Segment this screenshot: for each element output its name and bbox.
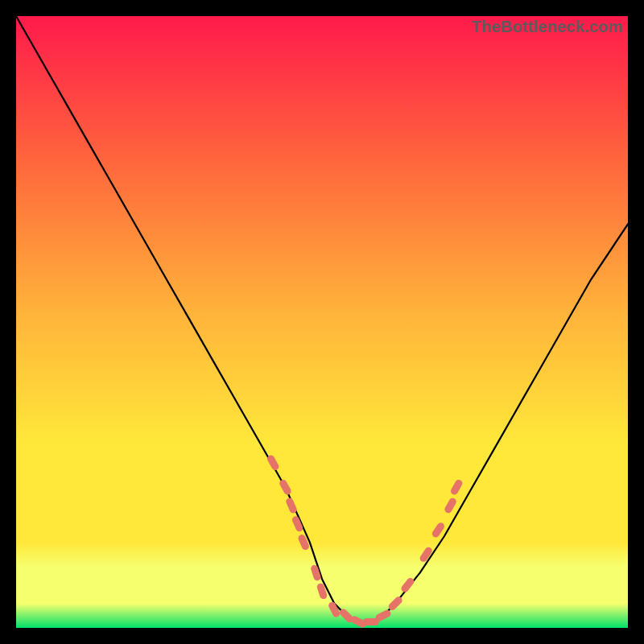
bottleneck-chart	[16, 16, 628, 628]
curve-marker	[344, 613, 350, 619]
chart-frame: TheBottleneck.com	[16, 16, 628, 628]
curve-marker	[315, 568, 317, 576]
curve-marker	[295, 520, 299, 528]
curve-marker	[332, 605, 336, 613]
curve-marker	[320, 587, 323, 595]
gradient-bg	[16, 16, 628, 628]
curve-marker	[290, 502, 293, 510]
curve-marker	[355, 620, 363, 624]
curve-marker	[448, 502, 452, 510]
curve-marker	[436, 526, 440, 534]
curve-marker	[302, 539, 305, 547]
curve-marker	[283, 483, 287, 491]
curve-marker	[392, 601, 398, 607]
curve-marker	[423, 551, 428, 558]
curve-marker	[271, 459, 275, 467]
curve-marker	[455, 483, 459, 491]
curve-marker	[405, 582, 411, 589]
curve-marker	[379, 613, 387, 617]
